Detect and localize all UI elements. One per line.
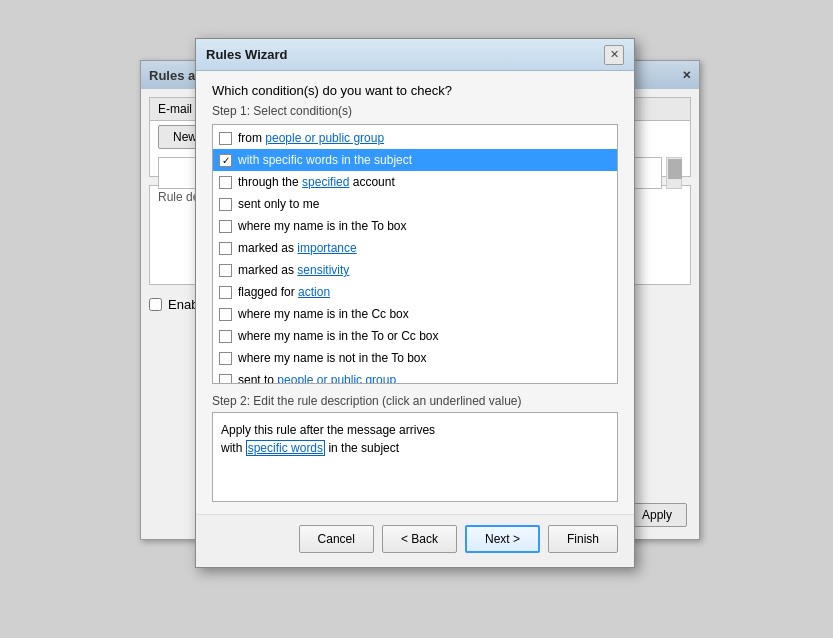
condition-text-c12: sent to people or public group (238, 373, 396, 383)
condition-text-c11: where my name is not in the To box (238, 351, 427, 365)
condition-text-c5: where my name is in the To box (238, 219, 407, 233)
condition-checkbox-c2[interactable]: ✓ (219, 154, 232, 167)
condition-checkbox-c9[interactable] (219, 308, 232, 321)
question-text: Which condition(s) do you want to check? (212, 83, 618, 98)
dialog-title: Rules Wizard (206, 47, 288, 62)
next-button[interactable]: Next > (465, 525, 540, 553)
condition-checkbox-c4[interactable] (219, 198, 232, 211)
condition-link-c2[interactable]: specific words (263, 153, 338, 167)
conditions-list[interactable]: from people or public group✓with specifi… (213, 125, 617, 383)
condition-item-c9[interactable]: where my name is in the Cc box (213, 303, 617, 325)
condition-link-c7[interactable]: sensitivity (297, 263, 349, 277)
condition-item-c4[interactable]: sent only to me (213, 193, 617, 215)
condition-text-c6: marked as importance (238, 241, 357, 255)
condition-checkbox-c11[interactable] (219, 352, 232, 365)
condition-item-c5[interactable]: where my name is in the To box (213, 215, 617, 237)
condition-link-c8[interactable]: action (298, 285, 330, 299)
condition-link-c12[interactable]: people or public group (277, 373, 396, 383)
dialog-close-button[interactable]: ✕ (604, 45, 624, 65)
condition-link-c6[interactable]: importance (297, 241, 356, 255)
rule-desc-before: with (221, 441, 242, 455)
condition-text-c3: through the specified account (238, 175, 395, 189)
condition-checkbox-c7[interactable] (219, 264, 232, 277)
condition-checkbox-c6[interactable] (219, 242, 232, 255)
bg-apply-button[interactable]: Apply (627, 503, 687, 527)
condition-item-c10[interactable]: where my name is in the To or Cc box (213, 325, 617, 347)
rule-desc-after: in the subject (328, 441, 399, 455)
conditions-list-wrapper: from people or public group✓with specifi… (212, 124, 618, 384)
step1-label: Step 1: Select condition(s) (212, 104, 618, 118)
condition-item-c11[interactable]: where my name is not in the To box (213, 347, 617, 369)
cancel-button[interactable]: Cancel (299, 525, 374, 553)
condition-item-c6[interactable]: marked as importance (213, 237, 617, 259)
back-button[interactable]: < Back (382, 525, 457, 553)
condition-text-c8: flagged for action (238, 285, 330, 299)
condition-checkbox-c8[interactable] (219, 286, 232, 299)
condition-text-c9: where my name is in the Cc box (238, 307, 409, 321)
rules-wizard-dialog: Rules Wizard ✕ Which condition(s) do you… (195, 38, 635, 568)
dialog-body: Which condition(s) do you want to check?… (196, 71, 634, 514)
condition-item-c7[interactable]: marked as sensitivity (213, 259, 617, 281)
condition-text-c10: where my name is in the To or Cc box (238, 329, 439, 343)
condition-item-c8[interactable]: flagged for action (213, 281, 617, 303)
dialog-titlebar: Rules Wizard ✕ (196, 39, 634, 71)
condition-checkbox-c10[interactable] (219, 330, 232, 343)
condition-text-c1: from people or public group (238, 131, 384, 145)
finish-button[interactable]: Finish (548, 525, 618, 553)
rule-description-box: Apply this rule after the message arrive… (212, 412, 618, 502)
condition-text-c7: marked as sensitivity (238, 263, 349, 277)
condition-link-c1[interactable]: people or public group (265, 131, 384, 145)
condition-item-c2[interactable]: ✓with specific words in the subject (213, 149, 617, 171)
condition-item-c3[interactable]: through the specified account (213, 171, 617, 193)
condition-checkbox-c5[interactable] (219, 220, 232, 233)
rule-desc-link[interactable]: specific words (246, 440, 325, 456)
condition-link-c3[interactable]: specified (302, 175, 349, 189)
condition-checkbox-c1[interactable] (219, 132, 232, 145)
dialog-footer: Cancel < Back Next > Finish (196, 514, 634, 567)
condition-text-c4: sent only to me (238, 197, 319, 211)
bg-enable-checkbox[interactable] (149, 298, 162, 311)
bg-close-icon[interactable]: ✕ (682, 69, 691, 82)
condition-item-c1[interactable]: from people or public group (213, 127, 617, 149)
step2-label: Step 2: Edit the rule description (click… (212, 394, 618, 408)
condition-checkbox-c3[interactable] (219, 176, 232, 189)
condition-item-c12[interactable]: sent to people or public group (213, 369, 617, 383)
condition-checkbox-c12[interactable] (219, 374, 232, 384)
condition-text-c2: with specific words in the subject (238, 153, 412, 167)
rule-desc-line2: with specific words in the subject (221, 439, 609, 457)
rule-desc-line1: Apply this rule after the message arrive… (221, 421, 609, 439)
